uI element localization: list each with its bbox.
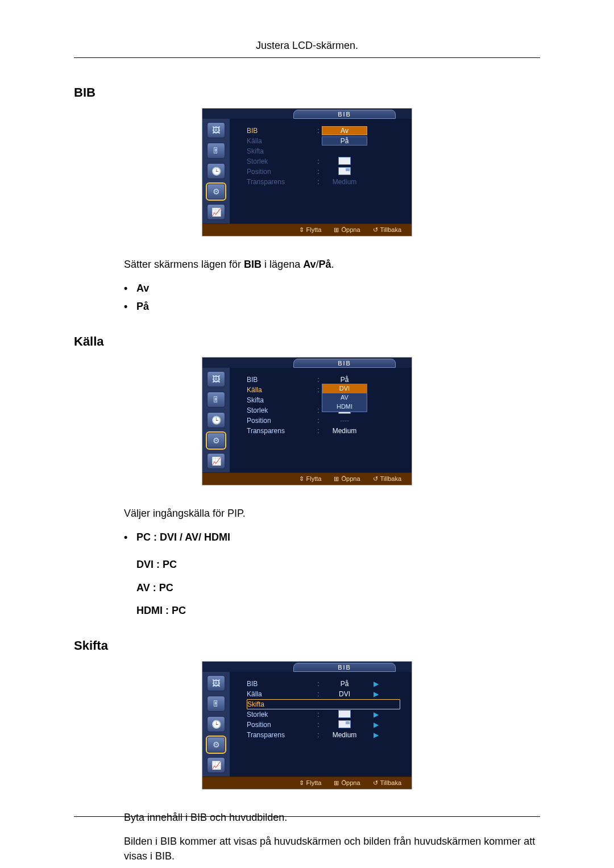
setup-icon: 📈 — [207, 453, 225, 469]
dropdown-hdmi: HDMI — [322, 402, 367, 412]
osd-tab: BIB — [293, 110, 396, 119]
dropdown-dvi: DVI — [322, 384, 367, 393]
clock-icon: 🕒 — [207, 163, 225, 179]
row-kalla-value: På — [322, 136, 367, 146]
arrow-icon: ▶ — [367, 731, 379, 739]
opt-pa: På — [124, 299, 540, 314]
row-skifta-label: Skifta — [247, 700, 316, 708]
footer-open: Öppna — [334, 779, 360, 787]
row-storlek-label: Storlek — [247, 157, 315, 165]
row-trans-value: Medium — [322, 178, 367, 186]
row-kalla-label: Källa — [247, 690, 315, 698]
kalla-desc: Väljer ingångskälla för PIP. — [124, 506, 540, 521]
footer-open: Öppna — [334, 226, 360, 234]
row-storlek-label: Storlek — [247, 711, 315, 719]
kalla-options: PC : DVI / AV/ HDMI — [124, 530, 540, 545]
size-preview-icon — [338, 710, 351, 718]
row-position-label: Position — [247, 417, 315, 425]
osd-skifta: BIB 🖼 🎚 🕒 ⚙ 📈 BIB : På ▶ Källa : — [202, 661, 412, 790]
input-icon: 🎚 — [207, 143, 225, 159]
row-bib-value: På — [322, 680, 367, 688]
position-preview-icon — [338, 167, 351, 175]
map-av: AV : PC — [136, 580, 540, 595]
map-dvi: DVI : PC — [136, 557, 540, 572]
osd-footer: Flytta Öppna Tillbaka — [202, 776, 412, 789]
setup-icon: 📈 — [207, 757, 225, 773]
dropdown-av: AV — [322, 393, 367, 402]
osd-kalla: BIB 🖼 🎚 🕒 ⚙ 📈 BIB : På Källa : — [202, 357, 412, 485]
pip-icon: ⚙ — [207, 184, 225, 200]
row-bib-value: På — [322, 376, 367, 384]
bib-options: Av På — [124, 281, 540, 314]
osd-tab: BIB — [293, 359, 396, 368]
footer-rule — [74, 816, 540, 817]
row-kalla-value: DVI — [322, 690, 367, 698]
clock-icon: 🕒 — [207, 716, 225, 732]
map-hdmi: HDMI : PC — [136, 603, 540, 618]
footer-back: Tillbaka — [373, 226, 402, 234]
skifta-desc-2: Bilden i BIB kommer att visas på huvudsk… — [124, 834, 540, 863]
row-position-label: Position — [247, 168, 315, 176]
position-preview-icon — [338, 720, 351, 728]
input-icon: 🎚 — [207, 392, 225, 408]
row-bib-label: BIB — [247, 127, 315, 135]
osd-footer: Flytta Öppna Tillbaka — [202, 223, 412, 236]
osd-tab: BIB — [293, 663, 396, 672]
row-trans-value: Medium — [322, 731, 367, 739]
arrow-icon: ▶ — [367, 711, 379, 719]
row-bib-label: BIB — [247, 680, 315, 688]
input-icon: 🎚 — [207, 696, 225, 712]
row-bib-label: BIB — [247, 376, 315, 384]
osd-footer: Flytta Öppna Tillbaka — [202, 472, 412, 485]
footer-move: Flytta — [299, 226, 322, 234]
pip-icon: ⚙ — [207, 433, 225, 448]
arrow-icon: ▶ — [367, 721, 379, 729]
row-trans-label: Transparens — [247, 178, 315, 186]
footer-back: Tillbaka — [373, 475, 402, 483]
row-kalla-label: Källa — [247, 386, 315, 394]
page-header: Justera LCD-skärmen. — [74, 40, 540, 58]
section-title-bib: BIB — [74, 85, 540, 100]
picture-icon: 🖼 — [207, 122, 225, 138]
source-dropdown: DVI AV HDMI — [322, 384, 367, 412]
bib-desc: Sätter skärmens lägen för BIB i lägena A… — [124, 257, 540, 272]
osd-bib: BIB 🖼 🎚 🕒 ⚙ 📈 BIB : Av Källa På — [202, 108, 412, 236]
row-bib-value: Av — [322, 126, 367, 135]
osd-sidebar: 🖼 🎚 🕒 ⚙ 📈 — [202, 672, 230, 776]
row-skifta-label: Skifta — [247, 147, 315, 155]
footer-back: Tillbaka — [373, 779, 402, 787]
arrow-icon: ▶ — [367, 690, 379, 698]
pip-icon: ⚙ — [207, 737, 225, 753]
picture-icon: 🖼 — [207, 371, 225, 387]
picture-icon: 🖼 — [207, 675, 225, 691]
skifta-desc-1: Byta innehåll i BIB och huvudbilden. — [124, 810, 540, 825]
size-preview-icon — [338, 157, 351, 165]
clock-icon: 🕒 — [207, 412, 225, 428]
row-position-value: ---- — [322, 417, 367, 425]
section-title-kalla: Källa — [74, 334, 540, 349]
footer-move: Flytta — [299, 475, 322, 483]
setup-icon: 📈 — [207, 204, 225, 220]
row-trans-label: Transparens — [247, 731, 315, 739]
footer-open: Öppna — [334, 475, 360, 483]
arrow-icon: ▶ — [367, 680, 379, 688]
osd-sidebar: 🖼 🎚 🕒 ⚙ 📈 — [202, 119, 230, 223]
opt-head: PC : DVI / AV/ HDMI — [124, 530, 540, 545]
row-trans-value: Medium — [322, 427, 367, 435]
section-title-skifta: Skifta — [74, 638, 540, 653]
footer-move: Flytta — [299, 779, 322, 787]
row-storlek-label: Storlek — [247, 406, 315, 414]
row-kalla-label: Källa — [247, 137, 315, 145]
row-skifta-label: Skifta — [247, 396, 315, 404]
osd-sidebar: 🖼 🎚 🕒 ⚙ 📈 — [202, 368, 230, 472]
source-mapping: DVI : PC AV : PC HDMI : PC — [136, 557, 540, 617]
row-position-label: Position — [247, 721, 315, 729]
opt-av: Av — [124, 281, 540, 296]
row-trans-label: Transparens — [247, 427, 315, 435]
